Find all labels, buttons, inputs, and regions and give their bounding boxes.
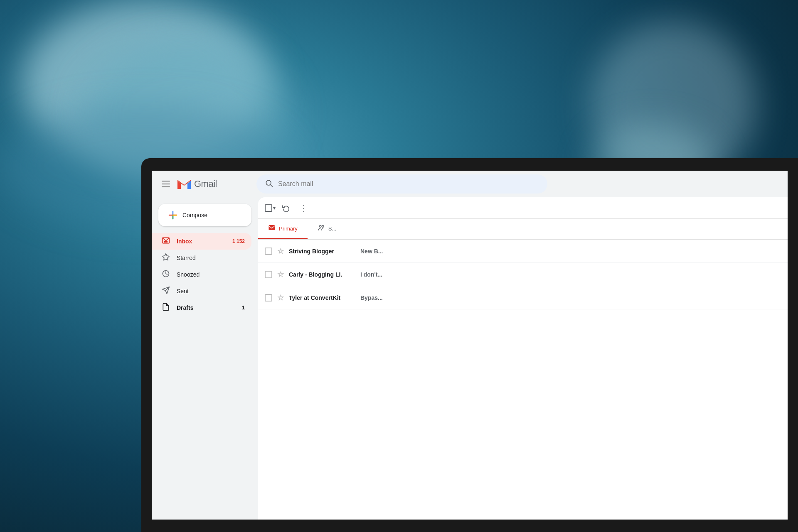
gmail-logo-area: Gmail — [158, 177, 250, 191]
gmail-logo: Gmail — [177, 177, 217, 191]
compose-plus-icon — [168, 211, 177, 220]
email-star-2[interactable]: ☆ — [277, 270, 284, 279]
sidebar-item-starred[interactable]: Starred — [152, 250, 251, 266]
hamburger-line-3 — [162, 186, 170, 187]
email-sender-3: Tyler at ConvertKit — [289, 294, 355, 301]
email-tabs: Primary S... — [258, 219, 788, 240]
search-bar[interactable] — [256, 174, 547, 194]
email-star-3[interactable]: ☆ — [277, 293, 284, 302]
sidebar-snoozed-label: Snoozed — [177, 271, 245, 278]
tab-primary[interactable]: Primary — [258, 219, 308, 239]
search-icon — [265, 179, 273, 189]
email-row[interactable]: ☆ Striving Blogger New B... — [258, 240, 788, 263]
hamburger-line-2 — [162, 184, 170, 184]
compose-button[interactable]: Compose — [158, 204, 251, 226]
sidebar-drafts-count: 1 — [242, 305, 245, 311]
sidebar-item-snoozed[interactable]: Snoozed — [152, 266, 251, 283]
select-dropdown-icon[interactable]: ▾ — [273, 205, 276, 211]
sent-icon — [162, 286, 170, 297]
more-options-button[interactable]: ⋮ — [296, 200, 312, 216]
refresh-button[interactable] — [279, 201, 293, 215]
sidebar-drafts-label: Drafts — [177, 304, 235, 311]
email-preview-3: Bypas... — [360, 294, 781, 301]
gmail-wordmark: Gmail — [194, 179, 217, 189]
more-icon: ⋮ — [300, 203, 309, 213]
hamburger-menu-button[interactable] — [158, 177, 173, 191]
email-sender-2: Carly - Blogging Li. — [289, 271, 355, 278]
email-row[interactable]: ☆ Carly - Blogging Li. I don't... — [258, 263, 788, 286]
gmail-ui: Gmail — [152, 171, 788, 520]
sidebar-sent-label: Sent — [177, 288, 245, 294]
sidebar-item-sent[interactable]: Sent — [152, 283, 251, 299]
select-all-checkbox[interactable] — [265, 204, 272, 212]
email-checkbox-3[interactable] — [265, 294, 272, 302]
svg-line-1 — [271, 184, 273, 186]
gmail-main: Compose Inbox 1 152 — [152, 197, 788, 520]
gmail-m-icon — [177, 177, 192, 191]
sidebar-inbox-count: 1 152 — [232, 238, 245, 244]
gmail-content: ▾ ⋮ — [258, 197, 788, 520]
email-checkbox-2[interactable] — [265, 271, 272, 278]
email-toolbar: ▾ ⋮ — [258, 197, 788, 219]
snoozed-icon — [162, 270, 170, 280]
sidebar-inbox-label: Inbox — [177, 238, 226, 245]
drafts-icon — [162, 303, 170, 313]
svg-marker-8 — [163, 253, 170, 260]
svg-point-13 — [322, 226, 324, 228]
email-star-1[interactable]: ☆ — [277, 247, 284, 256]
gmail-header: Gmail — [152, 171, 788, 197]
tab-primary-label: Primary — [279, 226, 298, 232]
gmail-sidebar: Compose Inbox 1 152 — [152, 197, 258, 520]
compose-label: Compose — [182, 212, 207, 218]
sidebar-item-inbox[interactable]: Inbox 1 152 — [152, 233, 251, 250]
sidebar-starred-label: Starred — [177, 255, 245, 261]
tab-social-label: S... — [328, 226, 337, 232]
star-icon — [162, 253, 170, 263]
hamburger-line-1 — [162, 181, 170, 181]
laptop-bezel: Gmail — [141, 158, 798, 532]
tab-primary-icon — [268, 224, 276, 233]
email-list: ☆ Striving Blogger New B... ☆ Carly - Bl… — [258, 240, 788, 520]
svg-rect-7 — [164, 241, 167, 242]
tab-social-icon — [318, 224, 325, 233]
svg-rect-11 — [269, 225, 275, 230]
email-checkbox-1[interactable] — [265, 248, 272, 255]
refresh-icon — [282, 204, 290, 212]
email-row[interactable]: ☆ Tyler at ConvertKit Bypas... — [258, 286, 788, 309]
email-sender-1: Striving Blogger — [289, 248, 355, 255]
select-all-wrapper[interactable]: ▾ — [265, 204, 276, 212]
laptop-screen: Gmail — [152, 171, 788, 520]
email-preview-2: I don't... — [360, 271, 781, 278]
svg-point-12 — [319, 226, 321, 228]
sidebar-item-drafts[interactable]: Drafts 1 — [152, 299, 251, 316]
email-preview-1: New B... — [360, 248, 781, 255]
tab-social[interactable]: S... — [308, 219, 347, 239]
search-input[interactable] — [278, 180, 539, 188]
inbox-icon — [162, 236, 170, 247]
